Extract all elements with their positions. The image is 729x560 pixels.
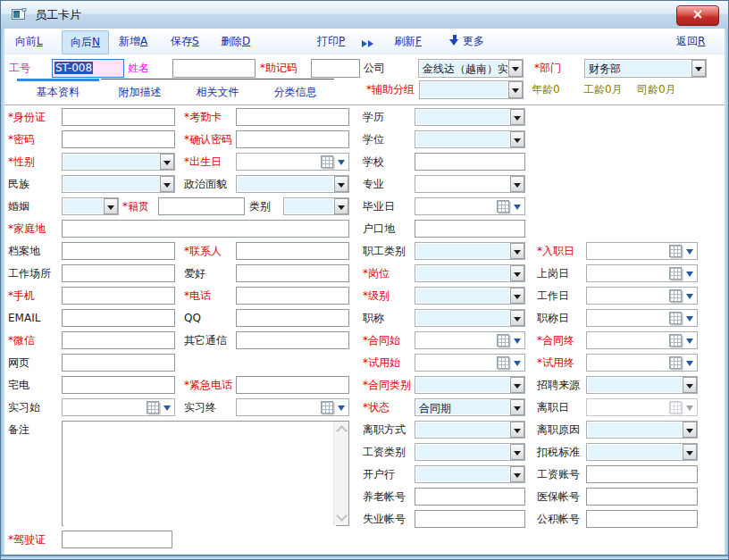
- native-place-field[interactable]: [158, 197, 245, 215]
- marital-status-field[interactable]: [62, 197, 119, 215]
- archive-location-field[interactable]: [62, 242, 175, 260]
- internship-start-field[interactable]: [62, 398, 175, 416]
- medical-account-field[interactable]: [586, 488, 698, 506]
- contract-start-field[interactable]: [415, 331, 525, 349]
- calendar-icon[interactable]: [669, 289, 682, 302]
- tax-standard-field[interactable]: [586, 443, 698, 461]
- degree-field[interactable]: [415, 130, 525, 148]
- calendar-icon[interactable]: [669, 401, 682, 414]
- pension-account-field[interactable]: [415, 488, 525, 506]
- dropdown-arrow-icon[interactable]: [683, 377, 697, 393]
- confirm-password-field[interactable]: [236, 130, 349, 148]
- major-field[interactable]: [415, 175, 525, 193]
- contact-person-field[interactable]: [236, 242, 349, 260]
- education-field[interactable]: [415, 108, 525, 126]
- dropdown-arrow-icon[interactable]: [510, 399, 524, 415]
- dropdown-arrow-icon[interactable]: [510, 176, 524, 192]
- calendar-icon[interactable]: [321, 155, 333, 168]
- ethnicity-field[interactable]: [62, 175, 175, 193]
- dropdown-arrow-icon[interactable]: [510, 131, 524, 147]
- dropdown-arrow-icon[interactable]: [510, 310, 524, 326]
- calendar-icon[interactable]: [669, 267, 682, 280]
- calendar-icon[interactable]: [497, 356, 509, 369]
- dropdown-arrow-icon[interactable]: [334, 198, 348, 214]
- status-field[interactable]: 合同期: [415, 398, 525, 416]
- other-contact-field[interactable]: [236, 331, 349, 349]
- dropdown-arrow-icon[interactable]: [510, 109, 524, 125]
- dropdown-arrow-icon[interactable]: [686, 405, 693, 414]
- internship-end-field[interactable]: [236, 398, 349, 416]
- hobby-field[interactable]: [236, 264, 349, 282]
- recruitment-source-field[interactable]: [586, 376, 698, 394]
- wechat-field[interactable]: [62, 331, 175, 349]
- dropdown-arrow-icon[interactable]: [686, 316, 693, 325]
- hire-date-field[interactable]: [586, 242, 698, 260]
- housing-fund-account-field[interactable]: [586, 510, 698, 528]
- phone-field[interactable]: [236, 287, 349, 305]
- mobile-field[interactable]: [62, 287, 175, 305]
- notes-textarea[interactable]: [63, 422, 336, 528]
- contract-end-field[interactable]: [586, 331, 698, 349]
- dropdown-arrow-icon[interactable]: [160, 176, 174, 192]
- salary-category-field[interactable]: [415, 443, 525, 461]
- probation-start-field[interactable]: [415, 354, 525, 372]
- work-date-field[interactable]: [586, 287, 698, 305]
- calendar-icon[interactable]: [497, 200, 509, 213]
- id-number-field[interactable]: [62, 108, 175, 126]
- dropdown-arrow-icon[interactable]: [686, 272, 693, 280]
- dropdown-arrow-icon[interactable]: [510, 288, 524, 304]
- dropdown-arrow-icon[interactable]: [514, 339, 521, 347]
- home-phone-field[interactable]: [62, 376, 175, 394]
- drivers-license-field[interactable]: [62, 531, 172, 548]
- qq-field[interactable]: [236, 309, 349, 327]
- home-address-field[interactable]: [62, 220, 349, 238]
- birth-date-field[interactable]: [236, 153, 349, 171]
- calendar-icon[interactable]: [147, 401, 159, 414]
- calendar-icon[interactable]: [669, 312, 682, 324]
- salary-account-field[interactable]: [586, 465, 698, 483]
- calendar-icon[interactable]: [497, 334, 509, 347]
- departure-method-field[interactable]: [415, 421, 525, 439]
- school-field[interactable]: [415, 153, 525, 171]
- dropdown-arrow-icon[interactable]: [510, 444, 524, 460]
- attendance-card-field[interactable]: [236, 108, 349, 126]
- grade-field[interactable]: [415, 287, 525, 305]
- dropdown-arrow-icon[interactable]: [510, 243, 524, 259]
- workplace-field[interactable]: [62, 264, 175, 282]
- dropdown-arrow-icon[interactable]: [686, 339, 693, 347]
- calendar-icon[interactable]: [321, 401, 333, 414]
- calendar-icon[interactable]: [669, 334, 682, 347]
- contract-type-field[interactable]: [415, 376, 525, 394]
- dropdown-arrow-icon[interactable]: [338, 160, 345, 169]
- political-status-field[interactable]: [236, 175, 349, 193]
- dropdown-arrow-icon[interactable]: [510, 377, 524, 393]
- dropdown-arrow-icon[interactable]: [514, 205, 521, 213]
- scrollbar[interactable]: [333, 422, 348, 525]
- title-date-field[interactable]: [586, 309, 698, 327]
- household-registration-field[interactable]: [415, 220, 525, 238]
- employee-category-field[interactable]: [415, 242, 525, 260]
- dropdown-arrow-icon[interactable]: [686, 294, 693, 303]
- dropdown-arrow-icon[interactable]: [160, 154, 174, 170]
- dropdown-arrow-icon[interactable]: [338, 405, 345, 414]
- job-title-field[interactable]: [415, 309, 525, 327]
- probation-end-field[interactable]: [586, 354, 698, 372]
- email-field[interactable]: [62, 309, 175, 327]
- unemployment-account-field[interactable]: [415, 510, 525, 528]
- dropdown-arrow-icon[interactable]: [686, 249, 693, 258]
- dropdown-arrow-icon[interactable]: [104, 198, 118, 214]
- dropdown-arrow-icon[interactable]: [514, 361, 521, 370]
- dropdown-arrow-icon[interactable]: [510, 422, 524, 438]
- departure-date-field[interactable]: [586, 398, 698, 416]
- start-date-field[interactable]: [586, 264, 698, 282]
- dropdown-arrow-icon[interactable]: [163, 405, 171, 414]
- emergency-phone-field[interactable]: [236, 376, 349, 394]
- dropdown-arrow-icon[interactable]: [510, 265, 524, 281]
- scroll-up-icon[interactable]: [336, 425, 348, 437]
- calendar-icon[interactable]: [669, 245, 682, 257]
- departure-reason-field[interactable]: [586, 421, 698, 439]
- webpage-field[interactable]: [62, 354, 175, 372]
- bank-field[interactable]: [415, 465, 525, 483]
- graduation-date-field[interactable]: [415, 197, 525, 215]
- dropdown-arrow-icon[interactable]: [686, 361, 693, 370]
